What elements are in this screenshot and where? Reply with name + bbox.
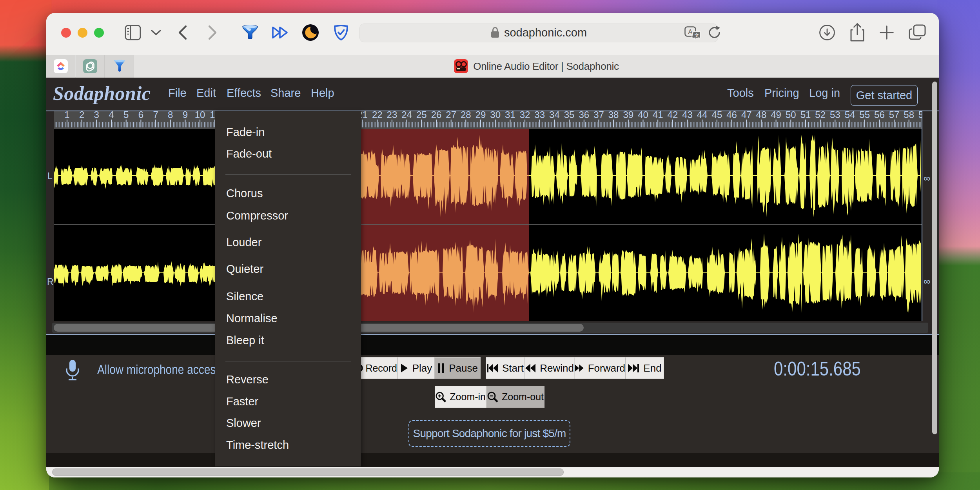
svg-text:52: 52 <box>815 111 826 120</box>
svg-text:1: 1 <box>64 111 69 120</box>
svg-text:37: 37 <box>593 111 604 120</box>
svg-text:22: 22 <box>372 111 383 120</box>
svg-text:47: 47 <box>741 111 752 120</box>
svg-text:46: 46 <box>726 111 737 120</box>
svg-text:8: 8 <box>168 111 173 120</box>
svg-text:28: 28 <box>461 111 471 120</box>
svg-text:56: 56 <box>874 111 885 120</box>
svg-text:51: 51 <box>800 111 811 120</box>
svg-text:49: 49 <box>771 111 781 120</box>
svg-text:39: 39 <box>623 111 633 120</box>
svg-text:48: 48 <box>756 111 767 120</box>
svg-text:44: 44 <box>697 111 708 120</box>
svg-text:41: 41 <box>653 111 663 120</box>
svg-text:10: 10 <box>195 111 205 120</box>
svg-text:43: 43 <box>682 111 693 120</box>
svg-text:40: 40 <box>638 111 648 120</box>
svg-text:23: 23 <box>387 111 397 120</box>
svg-text:50: 50 <box>786 111 796 120</box>
svg-text:文: 文 <box>695 33 699 38</box>
svg-text:33: 33 <box>534 111 545 120</box>
svg-text:45: 45 <box>712 111 722 120</box>
svg-text:34: 34 <box>549 111 560 120</box>
svg-text:30: 30 <box>490 111 501 120</box>
svg-text:6: 6 <box>138 111 143 120</box>
svg-text:24: 24 <box>401 111 412 120</box>
svg-text:38: 38 <box>608 111 619 120</box>
svg-text:35: 35 <box>564 111 575 120</box>
svg-text:57: 57 <box>889 111 900 120</box>
svg-text:25: 25 <box>416 111 427 120</box>
svg-text:27: 27 <box>446 111 456 120</box>
svg-text:58: 58 <box>904 111 914 120</box>
svg-text:4: 4 <box>109 111 114 120</box>
svg-text:7: 7 <box>153 111 158 120</box>
svg-text:54: 54 <box>845 111 855 120</box>
svg-text:55: 55 <box>859 111 870 120</box>
svg-text:36: 36 <box>579 111 589 120</box>
svg-text:2: 2 <box>79 111 84 120</box>
svg-text:3: 3 <box>94 111 99 120</box>
svg-text:5: 5 <box>123 111 129 120</box>
svg-text:26: 26 <box>431 111 442 120</box>
svg-text:29: 29 <box>475 111 486 120</box>
svg-text:31: 31 <box>505 111 515 120</box>
svg-text:53: 53 <box>830 111 840 120</box>
svg-text:32: 32 <box>520 111 530 120</box>
svg-text:42: 42 <box>668 111 678 120</box>
svg-text:9: 9 <box>183 111 188 120</box>
